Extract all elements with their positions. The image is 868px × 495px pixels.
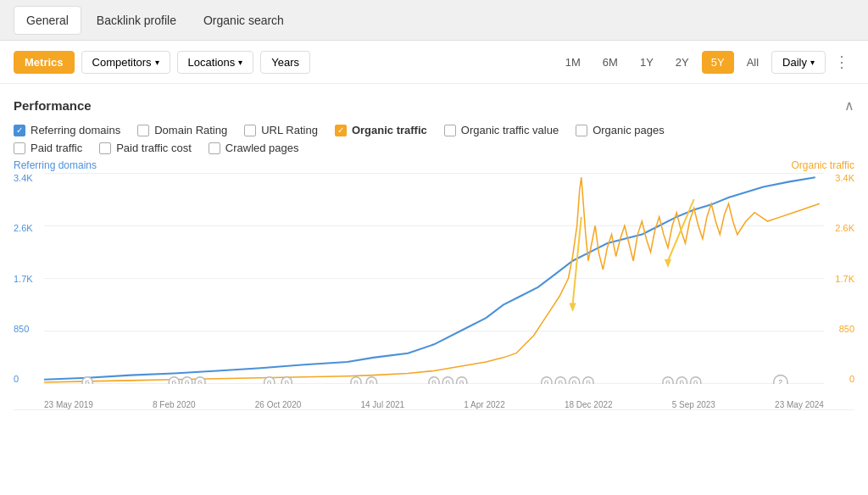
y-label: 0 [14,374,33,384]
metric-organic-traffic[interactable]: ✓ Organic traffic [335,124,427,136]
y-axis-left: 3.4K 2.6K 1.7K 850 0 [14,173,33,384]
x-label: 1 Apr 2022 [464,400,504,409]
chart-left-label: Referring domains [14,159,97,171]
collapse-button[interactable]: ∧ [844,97,854,114]
metric-url-rating[interactable]: URL Rating [244,124,318,136]
top-navigation: General Backlink profile Organic search [0,0,868,41]
chevron-down-icon: ▾ [238,58,242,67]
chart-svg-container: G G G G G G G G G G G [44,173,824,384]
metric-crawled-pages[interactable]: Crawled pages [209,142,299,154]
y-label-right: 1.7K [835,274,854,284]
checkbox-referring-domains[interactable]: ✓ [14,125,25,136]
metric-organic-traffic-value[interactable]: Organic traffic value [444,124,559,136]
chart-svg: G G G G G G G G G G G [44,173,824,384]
svg-text:G: G [172,379,177,384]
filter-years[interactable]: Years [260,51,310,74]
metric-paid-traffic[interactable]: Paid traffic [14,142,82,154]
svg-text:G: G [370,379,375,384]
section-header: Performance ∧ [14,97,854,114]
performance-section: Performance ∧ ✓ Referring domains Domain… [0,84,868,154]
svg-text:G: G [185,379,190,384]
y-label-right: 2.6K [835,223,854,233]
svg-text:G: G [353,379,359,384]
y-label: 3.4K [14,173,33,183]
svg-text:2: 2 [779,379,783,384]
x-label: 14 Jul 2021 [360,400,404,409]
x-axis: 23 May 2019 8 Feb 2020 26 Oct 2020 14 Ju… [44,389,824,409]
toolbar: Metrics Competitors ▾ Locations ▾ Years … [0,41,868,84]
svg-text:G: G [572,379,577,384]
chart-axis-labels: Referring domains Organic traffic [14,159,854,171]
checkbox-paid-traffic-cost[interactable] [99,142,111,154]
svg-text:G: G [665,379,670,384]
svg-text:G: G [544,379,549,384]
x-label: 18 Dec 2022 [565,400,613,409]
x-label: 8 Feb 2020 [153,400,196,409]
time-period-controls: 1M 6M 1Y 2Y 5Y All Daily ▾ ⋮ [556,49,854,75]
chart-right-label: Organic traffic [792,159,854,171]
time-all[interactable]: All [737,51,768,74]
chart-area: Referring domains Organic traffic 3.4K 2… [14,159,854,410]
x-label: 23 May 2019 [44,400,93,409]
svg-marker-6 [569,303,576,312]
checkbox-organic-traffic[interactable]: ✓ [335,125,347,136]
checkbox-organic-traffic-value[interactable] [444,125,456,136]
metric-referring-domains[interactable]: ✓ Referring domains [14,124,120,136]
svg-text:G: G [558,379,563,384]
chevron-down-icon: ▾ [810,58,815,67]
filter-metrics[interactable]: Metrics [14,51,75,74]
svg-text:G: G [85,379,90,384]
svg-text:G: G [680,379,685,384]
svg-text:G: G [459,379,465,384]
y-label-right: 850 [835,324,854,334]
svg-text:G: G [284,379,289,384]
metric-paid-traffic-cost[interactable]: Paid traffic cost [99,142,192,154]
y-label-right: 3.4K [835,173,854,183]
checkbox-domain-rating[interactable] [137,125,149,136]
svg-text:G: G [198,379,203,384]
x-label: 23 May 2024 [775,400,824,409]
x-label: 26 Oct 2020 [255,400,301,409]
metric-organic-pages[interactable]: Organic pages [576,124,665,136]
time-6m[interactable]: 6M [593,51,627,74]
time-1y[interactable]: 1Y [631,51,663,74]
filter-locations[interactable]: Locations ▾ [177,51,254,74]
y-label: 1.7K [14,274,33,284]
filter-competitors[interactable]: Competitors ▾ [81,51,170,74]
checkbox-crawled-pages[interactable] [209,142,220,154]
section-title: Performance [14,98,92,113]
svg-text:G: G [586,379,591,384]
svg-text:G: G [446,379,451,384]
svg-text:G: G [693,379,698,384]
x-label: 5 Sep 2023 [672,400,715,409]
svg-text:G: G [267,379,272,384]
y-label-right: 0 [835,374,854,384]
y-label: 850 [14,324,33,334]
chevron-down-icon: ▾ [155,58,159,67]
time-2y[interactable]: 2Y [666,51,698,74]
svg-marker-8 [665,259,671,268]
y-axis-right: 3.4K 2.6K 1.7K 850 0 [835,173,854,384]
checkbox-url-rating[interactable] [244,125,256,136]
checkbox-organic-pages[interactable] [576,125,587,136]
metrics-row-1: ✓ Referring domains Domain Rating URL Ra… [14,124,854,136]
metric-domain-rating[interactable]: Domain Rating [137,124,227,136]
svg-text:G: G [431,379,437,384]
more-options-button[interactable]: ⋮ [829,49,854,75]
tab-backlink-profile[interactable]: Backlink profile [85,7,188,34]
y-label: 2.6K [14,223,33,233]
tab-general[interactable]: General [14,6,81,35]
checkbox-paid-traffic[interactable] [14,142,25,154]
metrics-row-2: Paid traffic Paid traffic cost Crawled p… [14,142,854,154]
time-1m[interactable]: 1M [556,51,590,74]
tab-organic-search[interactable]: Organic search [192,7,296,34]
time-5y[interactable]: 5Y [702,51,734,74]
chart-container: 3.4K 2.6K 1.7K 850 0 3.4K 2.6K 1.7K 850 … [14,173,854,410]
time-granularity[interactable]: Daily ▾ [771,51,826,74]
